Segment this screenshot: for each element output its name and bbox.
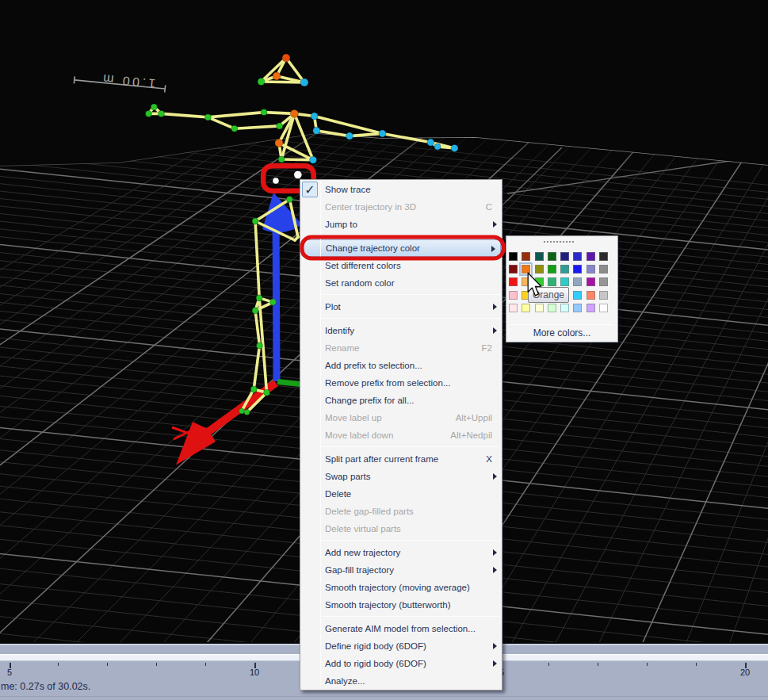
svg-text:1.00 m: 1.00 m [100,72,156,91]
